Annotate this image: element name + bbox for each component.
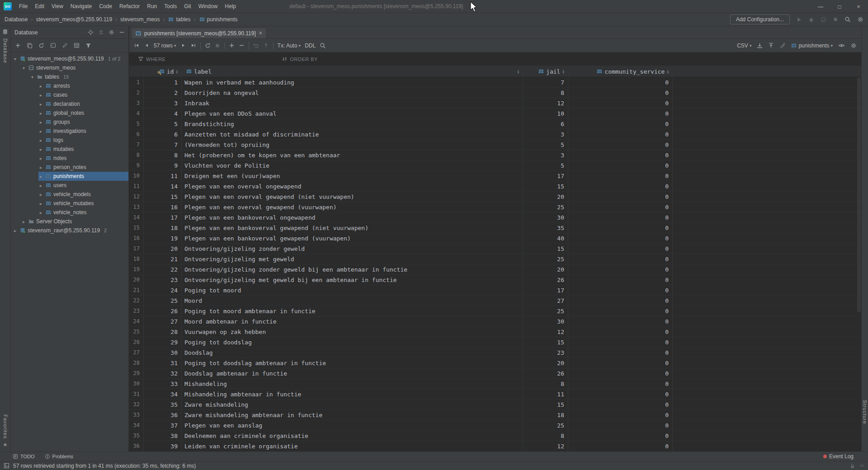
cell-label[interactable]: Ontvoering/gijzeling met geweld bij een … [182,275,523,285]
chevron-right-icon[interactable]: ▸ [38,120,43,125]
database-tool-window-button[interactable] [2,29,8,35]
cell-community-service[interactable]: 0 [568,171,673,181]
cell-jail[interactable]: 25 [523,254,568,264]
chevron-right-icon[interactable]: ▸ [38,84,43,89]
cell-label[interactable]: Doodslag ambtenaar in functie [182,368,523,378]
cell-jail[interactable]: 30 [523,316,568,326]
where-filter-field[interactable]: WHERE [138,56,165,62]
cell-community-service[interactable]: 0 [568,150,673,160]
cell-label[interactable]: Ontvoering/gijzeling zonder geweld bij e… [182,264,523,274]
cell-id[interactable]: 33 [144,379,182,389]
cell-label[interactable]: Plegen van een overval ongewapend [182,181,523,191]
cell-label[interactable]: Wapen in verband met aanhouding [182,77,523,87]
row-number[interactable]: 24 [129,316,144,326]
row-number[interactable]: 26 [129,337,144,347]
row-number[interactable]: 19 [129,264,144,274]
table-editor-icon[interactable] [74,42,80,48]
row-number[interactable]: 8 [129,150,144,160]
tool-windows-icon[interactable] [4,463,9,469]
tree-item-stevensm-ravr-5-255-90-119[interactable]: ▸stevensm_ravr@5.255.90.1192 [11,226,128,235]
row-number[interactable]: 35 [129,431,144,441]
cell-community-service[interactable]: 0 [568,88,673,98]
row-number[interactable]: 2 [129,88,144,98]
menu-window[interactable]: Window [195,0,222,13]
refresh-icon[interactable] [38,42,44,48]
tree-item-person-notes[interactable]: ▸person_notes [11,163,128,172]
cell-jail[interactable]: 27 [523,296,568,306]
tree-item-server-objects[interactable]: ▸Server Objects [11,217,128,226]
cell-label[interactable]: Poging tot doodslag ambtenaar in functie [182,358,523,368]
cell-jail[interactable]: 26 [523,368,568,378]
cell-label[interactable]: Ontvoering/gijzeling met geweld [182,254,523,264]
row-number[interactable]: 5 [129,119,144,129]
cell-community-service[interactable]: 0 [568,316,673,326]
row-number[interactable]: 9 [129,160,144,170]
favorites-strip-label[interactable]: Favorites [3,414,8,439]
cell-community-service[interactable]: 0 [568,410,673,420]
cell-id[interactable]: 37 [144,420,182,430]
cell-community-service[interactable]: 0 [568,140,673,150]
chevron-right-icon[interactable]: ▸ [38,192,43,197]
row-number[interactable]: 4 [129,108,144,118]
menu-help[interactable]: Help [221,0,240,13]
cell-jail[interactable]: 17 [523,285,568,295]
minimize-button[interactable]: — [811,0,830,13]
column-header-community-service[interactable]: community_service ▲▼ [568,66,673,77]
cell-jail[interactable]: 8 [523,379,568,389]
table-selector-dropdown[interactable]: punishments▾ [791,42,833,49]
cell-id[interactable]: 21 [144,254,182,264]
cell-label[interactable]: Plegen van een bankoverval gewapend (vuu… [182,233,523,243]
row-number[interactable]: 6 [129,129,144,139]
row-number-header[interactable] [129,66,144,77]
menu-tools[interactable]: Tools [160,0,180,13]
menu-refactor[interactable]: Refactor [116,0,143,13]
chevron-right-icon[interactable]: ▸ [38,147,43,152]
cell-community-service[interactable]: 0 [568,244,673,254]
add-row-icon[interactable] [229,42,235,48]
cell-label[interactable]: Inbraak [182,98,523,108]
chevron-right-icon[interactable]: ▸ [38,156,43,161]
row-number[interactable]: 13 [129,202,144,212]
tree-item-investigations[interactable]: ▸investigations [11,127,128,136]
cell-id[interactable]: 17 [144,212,182,222]
data-views-settings-icon[interactable] [779,42,785,48]
cell-community-service[interactable]: 0 [568,119,673,129]
close-button[interactable]: × [849,0,868,13]
delete-row-icon[interactable] [239,42,245,48]
cell-community-service[interactable]: 0 [568,420,673,430]
cell-label[interactable]: Brandstichting [182,119,523,129]
cell-community-service[interactable]: 0 [568,254,673,264]
row-number[interactable]: 25 [129,327,144,337]
add-configuration-button[interactable]: Add Configuration... [730,14,790,24]
chevron-right-icon[interactable]: ▸ [38,165,43,170]
cell-id[interactable]: 3 [144,98,182,108]
cell-community-service[interactable]: 0 [568,233,673,243]
database-strip-label[interactable]: Database [3,38,8,63]
cell-id[interactable]: 32 [144,368,182,378]
cell-label[interactable]: Plegen van een overval gewapend (niet vu… [182,192,523,202]
cell-community-service[interactable]: 0 [568,358,673,368]
cell-community-service[interactable]: 0 [568,431,673,441]
cell-id[interactable]: 36 [144,410,182,420]
row-number[interactable]: 1 [129,77,144,87]
cell-community-service[interactable]: 0 [568,379,673,389]
cell-id[interactable]: 7 [144,140,182,150]
cell-jail[interactable]: 3 [523,129,568,139]
cell-community-service[interactable]: 0 [568,275,673,285]
last-page-icon[interactable] [190,42,196,48]
row-number[interactable]: 7 [129,140,144,150]
column-header-id[interactable]: id ▲▼ [144,66,182,77]
cell-community-service[interactable]: 0 [568,348,673,357]
ddl-button[interactable]: DDL [305,42,316,49]
cell-jail[interactable]: 8 [523,88,568,98]
edit-icon[interactable] [62,42,68,48]
cell-label[interactable]: Plegen van een bankoverval ongewapend [182,212,523,222]
cell-jail[interactable]: 25 [523,202,568,212]
chevron-right-icon[interactable]: ▸ [38,93,43,98]
transaction-mode-dropdown[interactable]: Tx: Auto▾ [278,42,301,49]
tree-item-cases[interactable]: ▸cases [11,90,128,99]
cell-label[interactable]: Plegen van een overval gewapend (vuurwap… [182,202,523,212]
cell-id[interactable]: 18 [144,223,182,233]
cell-jail[interactable]: 26 [523,275,568,285]
chevron-right-icon[interactable]: ▸ [38,183,43,188]
